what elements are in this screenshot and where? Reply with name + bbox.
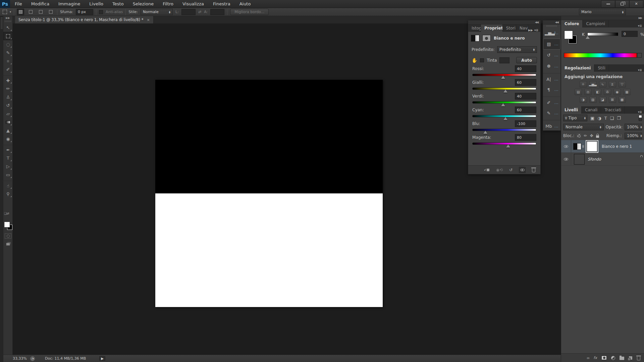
paragraph-panel-icon[interactable]: ¶ ... [543, 84, 560, 95]
gradient-tool[interactable] [3, 118, 13, 126]
blur-tool[interactable]: ▲ [3, 126, 13, 135]
brush-panel-icon[interactable]: ✐ ... [543, 97, 560, 108]
photo-filter-icon[interactable]: ✇ [604, 89, 611, 95]
current-tool-icon[interactable] [3, 10, 7, 14]
layer-filter-select[interactable]: ⚲Tipo [563, 115, 587, 121]
height-input[interactable] [210, 9, 224, 15]
background-layer-thumbnail[interactable] [574, 154, 585, 165]
filter-smart-objects-icon[interactable]: ❐ [617, 116, 621, 121]
histogram-panel-icon[interactable]: ▂▅▃ I... [543, 27, 560, 39]
toolbar-collapse-icon[interactable]: ▶▶ [3, 16, 12, 20]
slider-thumb[interactable] [506, 144, 510, 147]
tint-color-swatch[interactable] [499, 57, 509, 63]
panel-menu-icon[interactable]: ▾≣ [534, 28, 538, 32]
layer-row-bianco-e-nero[interactable]: ∞ Bianco e nero 1 [561, 140, 644, 153]
new-adjustment-layer-icon[interactable] [611, 356, 615, 360]
character-panel-icon[interactable]: A| ... [543, 73, 560, 84]
slider-value-input[interactable]: 40 [515, 93, 536, 100]
status-options-arrow-icon[interactable]: ▶ [99, 356, 105, 361]
clone-stamp-tool[interactable]: ♙ [3, 93, 13, 101]
layer-row-sfondo[interactable]: Sfondo [561, 153, 644, 166]
rectangular-marquee-tool[interactable] [3, 32, 13, 40]
swap-colors-mini-icon[interactable]: ❏⇄ [4, 212, 12, 217]
style-select[interactable]: Normale [141, 9, 173, 15]
brightness-contrast-icon[interactable]: ☼ [580, 81, 587, 87]
menu-visualizza[interactable]: Visualizza [182, 1, 204, 6]
menu-livello[interactable]: Livello [89, 1, 103, 6]
menu-selezione[interactable]: Selezione [133, 1, 154, 6]
layer-mask-thumbnail[interactable] [587, 141, 597, 152]
selection-mode-add-button[interactable] [27, 9, 34, 15]
panel-menu-icon[interactable]: ▾≣ [638, 24, 642, 27]
vibrance-icon[interactable]: ▽ [619, 81, 626, 87]
visibility-toggle-icon[interactable] [519, 167, 526, 173]
lock-pixels-icon[interactable]: ✏ [584, 133, 587, 138]
mini-bridge-panel-icon[interactable]: Mb ... [543, 120, 560, 131]
dock-expand-icon[interactable]: ▶▶ [639, 16, 642, 19]
delete-adjustment-icon[interactable] [530, 167, 537, 173]
invert-icon[interactable]: ◑ [580, 97, 587, 103]
link-layers-icon[interactable]: ∞ [587, 356, 589, 360]
hue-saturation-icon[interactable]: ▤ [575, 89, 582, 95]
color-spectrum-ramp[interactable] [564, 53, 637, 58]
menu-file[interactable]: File [15, 1, 22, 6]
new-group-icon[interactable] [620, 357, 624, 360]
restore-button[interactable] [615, 0, 629, 8]
dock-collapse-icon[interactable]: ◀◀ [535, 21, 538, 24]
tab-stili[interactable]: Stili [594, 64, 609, 72]
panel-menu-icon[interactable]: ▾≣ [638, 68, 642, 72]
pen-tool[interactable]: ✒ [3, 145, 13, 154]
menu-testo[interactable]: Testo [112, 1, 124, 6]
brush-tool[interactable]: ✏ [3, 84, 13, 93]
channel-mixer-icon[interactable]: ◉ [613, 89, 621, 95]
filter-pixel-layers-icon[interactable]: ▣ [590, 116, 594, 121]
refine-edge-button[interactable]: Migliora bordo... [230, 9, 269, 15]
tab-canali[interactable]: Canali [582, 106, 601, 114]
menu-modifica[interactable]: Modifica [31, 1, 49, 6]
mask-link-icon[interactable]: ∞ [581, 144, 586, 148]
document-canvas[interactable] [155, 80, 383, 307]
minimize-button[interactable] [601, 0, 615, 8]
layer-name[interactable]: Sfondo [588, 157, 601, 162]
layer-style-icon[interactable]: fx [594, 356, 597, 360]
slider-track[interactable] [472, 101, 536, 104]
menu-aiuto[interactable]: Aiuto [239, 1, 251, 6]
view-previous-state-icon[interactable]: ◉⟲ [496, 167, 503, 173]
slider-track[interactable] [472, 115, 536, 117]
levels-icon[interactable]: ▂▅▃ [589, 81, 597, 87]
healing-brush-tool[interactable]: ✚ [3, 75, 13, 84]
menu-finestra[interactable]: Finestra [213, 1, 230, 6]
selection-mode-intersect-button[interactable] [47, 9, 54, 15]
history-brush-tool[interactable]: ↺ [3, 101, 13, 110]
properties-panel-icon[interactable]: ▤ ... [543, 39, 560, 50]
tint-checkbox[interactable] [480, 58, 484, 62]
tab-proprieta[interactable]: Proprietà [481, 24, 503, 32]
quick-mask-button[interactable] [5, 233, 11, 239]
clip-to-layer-icon[interactable] [485, 167, 491, 173]
workspace-select[interactable]: Mario [579, 9, 626, 15]
tab-storia[interactable]: Stori [503, 24, 516, 32]
path-selection-tool[interactable]: ▷ [3, 162, 13, 171]
color-balance-icon[interactable]: ⚖ [584, 89, 592, 95]
slider-value-input[interactable]: 60 [515, 107, 536, 113]
filter-adjustment-layers-icon[interactable]: ◑ [597, 116, 601, 121]
move-tool[interactable]: ↖ [3, 23, 13, 32]
eyedropper-tool[interactable]: ✐ [3, 65, 13, 74]
width-input[interactable] [181, 9, 196, 15]
slider-track[interactable] [472, 129, 536, 131]
add-layer-mask-icon[interactable] [601, 356, 607, 360]
black-white-icon[interactable]: ◧ [594, 89, 601, 95]
tab-tracciati[interactable]: Tracciati [601, 106, 625, 114]
lock-position-icon[interactable]: ✥ [590, 133, 593, 138]
dodge-tool[interactable]: ◉ [3, 135, 13, 143]
k-slider-track[interactable] [587, 33, 618, 36]
rectangle-tool[interactable]: ▭ [3, 171, 13, 179]
tab-colore[interactable]: Colore [561, 20, 583, 27]
slider-value-input[interactable]: 60 [515, 79, 536, 86]
scrubby-hand-icon[interactable]: ✋ [472, 58, 477, 63]
threshold-icon[interactable]: ◪ [599, 97, 606, 103]
curves-icon[interactable]: ∿ [599, 81, 606, 87]
delete-layer-icon[interactable] [637, 357, 640, 360]
selection-mode-new-button[interactable] [17, 9, 24, 15]
eraser-tool[interactable]: ▱ [3, 110, 13, 118]
